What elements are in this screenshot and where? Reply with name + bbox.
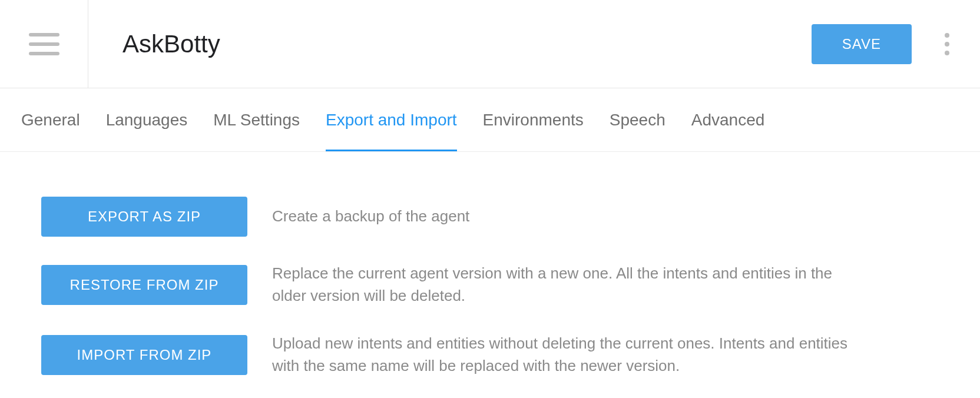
hamburger-icon[interactable]: [29, 33, 59, 55]
tab-advanced[interactable]: Advanced: [691, 88, 765, 151]
tab-environments[interactable]: Environments: [483, 88, 584, 151]
action-row-restore: RESTORE FROM ZIP Replace the current age…: [41, 263, 939, 307]
import-description: Upload new intents and entities without …: [272, 333, 849, 377]
tab-speech[interactable]: Speech: [610, 88, 666, 151]
restore-from-zip-button[interactable]: RESTORE FROM ZIP: [41, 265, 247, 305]
restore-description: Replace the current agent version with a…: [272, 263, 849, 307]
header-bar: AskBotty SAVE: [0, 0, 980, 88]
content-area: EXPORT AS ZIP Create a backup of the age…: [0, 152, 980, 398]
export-description: Create a backup of the agent: [272, 205, 469, 228]
export-as-zip-button[interactable]: EXPORT AS ZIP: [41, 197, 247, 237]
tab-ml-settings[interactable]: ML Settings: [213, 88, 300, 151]
more-options-icon[interactable]: [935, 29, 959, 59]
action-row-import: IMPORT FROM ZIP Upload new intents and e…: [41, 333, 939, 377]
menu-col: [0, 0, 88, 88]
action-row-export: EXPORT AS ZIP Create a backup of the age…: [41, 197, 939, 237]
save-button[interactable]: SAVE: [812, 24, 912, 64]
tab-export-and-import[interactable]: Export and Import: [326, 88, 457, 151]
tab-general[interactable]: General: [21, 88, 80, 151]
tab-languages[interactable]: Languages: [106, 88, 188, 151]
import-from-zip-button[interactable]: IMPORT FROM ZIP: [41, 335, 247, 375]
tab-bar: General Languages ML Settings Export and…: [0, 88, 980, 152]
page-title: AskBotty: [122, 30, 220, 58]
